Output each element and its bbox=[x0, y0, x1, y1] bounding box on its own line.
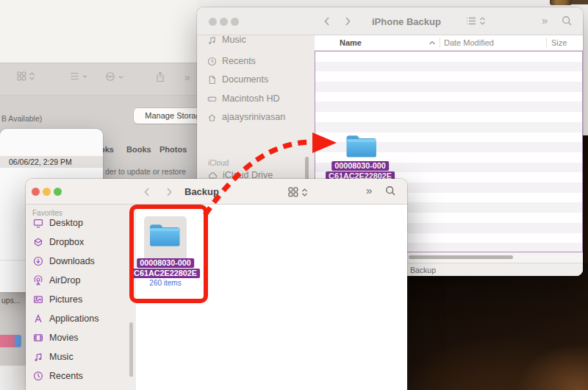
manage-storage-button[interactable]: Manage Storage bbox=[134, 108, 197, 124]
music-icon bbox=[207, 35, 217, 45]
search-button[interactable] bbox=[385, 185, 396, 196]
sidebar-item-label: Music bbox=[49, 352, 74, 362]
sidebar-item-home[interactable]: ajaaysrinivasan bbox=[207, 112, 285, 122]
sidebar-item-music[interactable]: Music bbox=[33, 352, 74, 362]
view-options-button[interactable] bbox=[288, 187, 308, 197]
storage-bar-segment-blue bbox=[15, 335, 21, 347]
sidebar-item-movies[interactable]: Movies bbox=[33, 333, 79, 343]
toolbar: Backup » bbox=[26, 179, 407, 205]
storage-bar-segment-pink bbox=[0, 335, 15, 347]
sidebar-item-dropbox[interactable]: Dropbox bbox=[33, 237, 84, 247]
close-button[interactable] bbox=[32, 188, 40, 196]
toolbar-overflow-button[interactable]: » bbox=[542, 14, 548, 26]
back-button[interactable] bbox=[142, 186, 152, 198]
desktop-icon bbox=[33, 218, 43, 228]
column-divider[interactable] bbox=[440, 38, 440, 48]
sidebar-item-label: Dropbox bbox=[49, 237, 84, 247]
sidebar-item-label: ajaaysrinivasan bbox=[222, 112, 285, 122]
close-button[interactable] bbox=[209, 18, 217, 26]
sidebar-section-icloud: iCloud bbox=[208, 159, 229, 167]
sidebar-item-applications[interactable]: Applications bbox=[33, 313, 98, 324]
share-button[interactable] bbox=[155, 71, 165, 82]
sidebar-scrollbar[interactable] bbox=[129, 322, 133, 377]
chevron-down-icon bbox=[82, 73, 88, 79]
sidebar-item-pictures[interactable]: Pictures bbox=[33, 294, 82, 305]
action-menu-icon bbox=[105, 71, 115, 82]
forward-button[interactable] bbox=[164, 186, 174, 198]
list-column-headers: Name Date Modified Size bbox=[315, 35, 583, 51]
toolbar-overflow-button[interactable]: » bbox=[366, 184, 372, 196]
zoom-button[interactable] bbox=[231, 18, 239, 26]
pictures-icon bbox=[33, 294, 43, 305]
sidebar-item-recents[interactable]: Recents bbox=[207, 56, 256, 66]
forward-button[interactable] bbox=[343, 15, 353, 27]
chevrons-updown-icon bbox=[29, 71, 35, 81]
airdrop-icon bbox=[33, 275, 43, 286]
sidebar-item-music[interactable]: Music bbox=[207, 35, 246, 45]
sidebar-item-label: Movies bbox=[49, 333, 79, 343]
folder-name-label-line1: 00008030-000 bbox=[331, 161, 389, 171]
downloads-icon bbox=[33, 256, 43, 266]
desktop-wallpaper-fragment bbox=[0, 366, 26, 390]
sidebar-section-favorites: Favorites bbox=[32, 209, 62, 217]
chevrons-updown-icon bbox=[479, 16, 486, 26]
hard-drive-icon bbox=[207, 94, 217, 104]
sidebar-item-macintosh-hd[interactable]: Macintosh HD bbox=[207, 93, 280, 104]
music-icon bbox=[33, 352, 43, 362]
grid-view-icon bbox=[288, 187, 298, 197]
movies-icon bbox=[33, 333, 43, 343]
backups-text: ups... bbox=[1, 296, 21, 305]
column-header-size[interactable]: Size bbox=[551, 38, 567, 47]
clock-icon bbox=[33, 371, 43, 381]
action-menu-button[interactable] bbox=[105, 71, 124, 82]
sidebar: Favorites Desktop Dropbox Downloads AirD… bbox=[26, 205, 136, 390]
column-header-date-modified[interactable]: Date Modified bbox=[444, 38, 494, 47]
sidebar-item-label: Music bbox=[222, 35, 246, 45]
clock-icon bbox=[207, 57, 217, 66]
sidebar-item-label: Macintosh HD bbox=[222, 93, 280, 104]
column-divider[interactable] bbox=[546, 38, 547, 48]
backup-date-text: 06/06/22, 2:29 PM bbox=[9, 157, 72, 166]
window-title: Backup bbox=[184, 186, 219, 197]
sidebar-item-documents[interactable]: Documents bbox=[207, 74, 268, 85]
minimize-button[interactable] bbox=[43, 188, 51, 196]
minimize-button[interactable] bbox=[220, 18, 228, 26]
sidebar-item-label: Applications bbox=[49, 313, 98, 324]
tab-photos[interactable]: Photos bbox=[159, 145, 187, 154]
back-button[interactable] bbox=[322, 15, 332, 27]
icon-view-button[interactable] bbox=[17, 71, 35, 81]
backup-folder-icon[interactable] bbox=[344, 131, 379, 160]
dropbox-icon bbox=[33, 237, 43, 247]
group-by-button[interactable] bbox=[70, 71, 88, 81]
window-titlebar-area bbox=[0, 0, 197, 63]
annotation-highlight-rectangle bbox=[129, 205, 208, 303]
double-chevron-icon: » bbox=[542, 14, 548, 26]
zoom-button[interactable] bbox=[54, 188, 62, 196]
grid-view-icon bbox=[17, 71, 26, 81]
double-chevron-icon: » bbox=[366, 184, 372, 196]
sidebar-item-label: Downloads bbox=[49, 256, 95, 266]
sidebar-item-recents[interactable]: Recents bbox=[33, 371, 83, 381]
chevron-down-icon bbox=[118, 74, 124, 80]
applications-icon bbox=[33, 313, 43, 324]
sidebar-item-label: Pictures bbox=[49, 294, 82, 305]
column-header-name[interactable]: Name bbox=[340, 38, 362, 47]
sidebar-item-label: AirDrop bbox=[49, 275, 80, 286]
chevrons-updown-icon bbox=[301, 188, 308, 197]
path-bar-item[interactable]: Backup bbox=[410, 266, 436, 274]
sidebar-item-label: Desktop bbox=[49, 218, 83, 228]
sidebar-item-label: Recents bbox=[222, 56, 256, 66]
search-button[interactable] bbox=[562, 15, 573, 26]
sidebar-item-airdrop[interactable]: AirDrop bbox=[33, 275, 80, 286]
toolbar-overflow-button[interactable]: » bbox=[184, 71, 190, 83]
backup-window: Backup » Favorites Desktop Dropbox Downl… bbox=[26, 179, 407, 390]
desktop-wallpaper-dark bbox=[397, 263, 588, 390]
horizontal-scrollbar[interactable] bbox=[409, 255, 513, 259]
tab-books[interactable]: Books bbox=[126, 145, 151, 154]
sidebar-item-desktop[interactable]: Desktop bbox=[33, 218, 83, 228]
storage-available-text: B Available) bbox=[1, 114, 42, 123]
sidebar-item-downloads[interactable]: Downloads bbox=[33, 256, 95, 266]
home-icon bbox=[207, 113, 217, 122]
double-chevron-icon: » bbox=[184, 71, 190, 83]
view-options-button[interactable] bbox=[466, 16, 486, 26]
